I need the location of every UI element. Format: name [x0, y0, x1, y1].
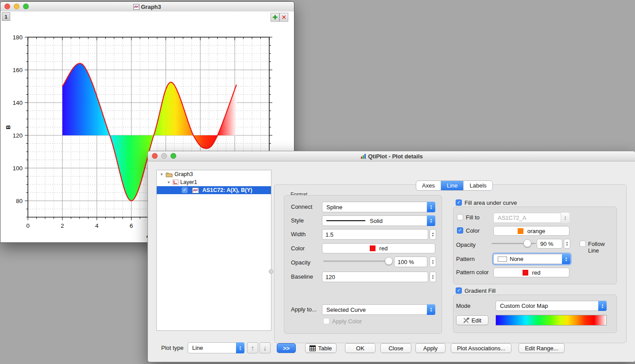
stepper-icon: ▴▾ [562, 254, 570, 264]
slider-knob[interactable] [385, 257, 393, 265]
plot-type-combobox[interactable]: Line ▴▾ [188, 342, 244, 353]
dialog-traffic-lights [152, 153, 176, 159]
svg-text:80: 80 [16, 198, 23, 204]
layer-icon [173, 180, 178, 185]
minimize-window-button[interactable] [14, 4, 19, 9]
tree-item-curve[interactable]: ✓ AS1C72: A(X), B(Y) [157, 186, 271, 194]
dialog-close-button[interactable] [152, 153, 158, 159]
follow-line-checkbox[interactable] [580, 241, 586, 247]
stepper-icon: ▴▾ [598, 301, 607, 311]
apply-color-label: Apply Color [332, 318, 362, 325]
width-input[interactable]: 1.5 [322, 229, 428, 240]
stepper-icon: ▴▾ [427, 215, 435, 226]
zoom-window-button[interactable] [23, 4, 29, 9]
worksheet-button[interactable]: Table [305, 343, 337, 353]
connect-label: Connect [291, 203, 312, 210]
close-window-button[interactable] [4, 4, 10, 9]
red-swatch-icon [523, 270, 528, 276]
pattern-none-swatch-icon [498, 257, 507, 262]
fill-color-button[interactable]: orange [493, 226, 569, 236]
apply-to-combobox[interactable]: Selected Curve ▴▾ [322, 304, 435, 315]
gradient-mode-combobox[interactable]: Custom Color Map ▴▾ [496, 301, 607, 311]
baseline-stepper[interactable]: ▴▾ [430, 272, 436, 282]
edit-range-button[interactable]: Edit Range... [519, 343, 565, 353]
line-opacity-input[interactable]: 100 % [394, 257, 427, 267]
svg-text:120: 120 [12, 132, 23, 139]
graph-doc-icon [133, 4, 139, 10]
edit-colormap-button[interactable]: Edit [456, 315, 488, 325]
fill-color-label: Color [466, 227, 480, 234]
solid-line-sample-icon [326, 220, 365, 221]
plot-type-label: Plot type [161, 345, 184, 351]
svg-text:180: 180 [12, 34, 23, 41]
pattern-combobox[interactable]: None ▴▾ [493, 254, 570, 264]
baseline-input[interactable]: 120 [322, 272, 428, 282]
apply-color-checkbox [323, 318, 329, 324]
tree-item-graph3[interactable]: ▼ Graph3 [157, 170, 271, 178]
disclosure-icon[interactable]: ▼ [159, 172, 164, 176]
graph-window-title: Graph3 [0, 4, 294, 10]
fill-opacity-label: Opacity [456, 241, 476, 248]
stepper-icon: ▴▾ [561, 213, 569, 223]
svg-text:0: 0 [26, 222, 30, 229]
remove-layer-button[interactable]: ✕ [279, 13, 288, 22]
curve-visibility-checkbox[interactable]: ✓ [182, 187, 188, 193]
fill-to-checkbox[interactable] [457, 214, 463, 220]
pattern-color-button[interactable]: red [493, 268, 569, 277]
add-layer-button[interactable]: ✚ [271, 13, 279, 22]
format-group: Connect Spline ▴▾ Style Solid ▴▾ Width 1… [284, 195, 442, 334]
pattern-color-label: Pattern color [456, 269, 489, 276]
width-stepper[interactable]: ▴▾ [430, 229, 436, 240]
gradient-fill-checkbox[interactable]: ✓ [456, 287, 462, 294]
style-combobox[interactable]: Solid ▴▾ [322, 215, 435, 226]
width-label: Width [291, 231, 306, 238]
follow-line-label: Follow Line [588, 241, 616, 254]
svg-text:2: 2 [61, 222, 64, 229]
stepper-icon: ▴▾ [236, 342, 244, 353]
orange-swatch-icon [518, 228, 523, 234]
fill-area-label: Fill area under curve [465, 199, 517, 206]
tree-item-layer1[interactable]: ▼ Layer1 [157, 178, 271, 186]
connect-combobox[interactable]: Spline ▴▾ [322, 202, 435, 212]
fill-color-checkbox[interactable]: ✓ [457, 227, 463, 234]
fill-area-checkbox[interactable]: ✓ [456, 199, 462, 206]
splitter-handle[interactable] [269, 269, 273, 274]
move-curve-up-button[interactable]: ↑ [247, 342, 258, 353]
ok-button[interactable]: OK [345, 343, 376, 353]
colormap-preview-bar [496, 315, 607, 326]
apply-button[interactable]: Apply [415, 343, 445, 353]
graph-window-titlebar[interactable]: Graph3 [0, 2, 294, 12]
close-icon: ✕ [281, 14, 287, 20]
tab-axes[interactable]: Axes [416, 181, 441, 190]
slider-knob[interactable] [523, 239, 531, 247]
line-opacity-stepper[interactable]: ▴▾ [430, 257, 436, 267]
close-button[interactable]: Close [380, 343, 411, 353]
plot-details-dialog: QtiPlot - Plot details ▼ Graph3 ▼ [147, 151, 635, 362]
dialog-minimize-button [161, 153, 167, 159]
dialog-titlebar[interactable]: QtiPlot - Plot details [148, 151, 635, 161]
line-opacity-slider[interactable] [323, 257, 393, 265]
move-curve-down-button[interactable]: ↓ [259, 342, 271, 353]
pattern-label: Pattern [456, 256, 475, 262]
fill-to-combobox: AS1C72_A ▴▾ [493, 213, 569, 223]
stepper-icon: ▴▾ [427, 202, 435, 212]
up-arrow-icon: ↑ [251, 344, 255, 352]
layer-number-badge[interactable]: 1 [2, 12, 10, 21]
stepper-icon: ▴▾ [427, 304, 435, 315]
apply-to-label: Apply to... [291, 306, 317, 313]
fill-opacity-stepper[interactable]: ▴▾ [564, 239, 570, 249]
expand-button[interactable]: >> [277, 343, 296, 353]
object-tree[interactable]: ▼ Graph3 ▼ Layer1 [156, 170, 271, 331]
dialog-zoom-button[interactable] [170, 153, 176, 159]
qtiplot-app-icon [360, 153, 367, 159]
svg-text:4: 4 [95, 222, 99, 229]
plot-associations-button[interactable]: Plot Associations... [451, 343, 511, 353]
line-color-button[interactable]: red [322, 243, 435, 253]
disclosure-icon[interactable]: ▼ [166, 180, 171, 184]
fill-group: Fill to AS1C72_A ▴▾ ✓ Color orange Opaci… [453, 207, 617, 284]
dialog-title: QtiPlot - Plot details [148, 153, 635, 160]
tab-line[interactable]: Line [441, 181, 464, 190]
fill-opacity-slider[interactable] [492, 239, 536, 248]
tab-labels[interactable]: Labels [464, 181, 492, 190]
fill-opacity-input[interactable]: 90 % [537, 239, 562, 249]
